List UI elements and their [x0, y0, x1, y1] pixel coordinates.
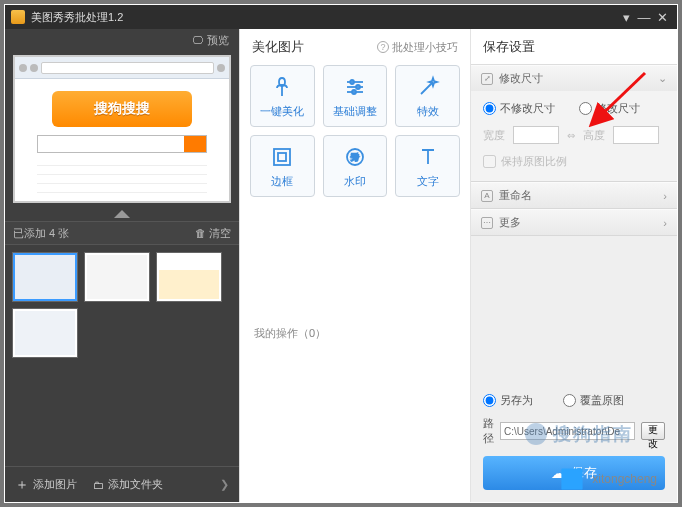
beautify-title: 美化图片 — [252, 38, 304, 56]
folder-icon: 🗀 — [93, 479, 104, 491]
preview-icon: 🖵 — [192, 34, 203, 46]
radio-no-resize[interactable]: 不修改尺寸 — [483, 101, 555, 116]
keep-ratio-checkbox[interactable] — [483, 155, 496, 168]
tile-frame[interactable]: 边框 — [250, 135, 315, 197]
wand-icon — [415, 74, 441, 100]
add-folder-label: 添加文件夹 — [108, 477, 163, 492]
accordion-title: 重命名 — [499, 188, 532, 203]
radio-label: 修改尺寸 — [596, 101, 640, 116]
minimize-button[interactable]: ― — [635, 10, 653, 25]
accordion-more: ⋯ 更多 › — [471, 209, 677, 236]
accordion-rename: A 重命名 › — [471, 182, 677, 209]
chevron-right-icon: › — [663, 190, 667, 202]
tile-one-key-beautify[interactable]: 一键美化 — [250, 65, 315, 127]
preview-label: 预览 — [207, 33, 229, 48]
path-input[interactable] — [500, 422, 635, 440]
svg-rect-6 — [274, 149, 290, 165]
close-button[interactable]: ✕ — [653, 10, 671, 25]
tile-label: 水印 — [344, 174, 366, 189]
stamp-icon: 秀 — [342, 144, 368, 170]
height-label: 高度 — [583, 128, 605, 143]
tile-label: 基础调整 — [333, 104, 377, 119]
plus-icon: ＋ — [15, 476, 29, 494]
titlebar: 美图秀秀批处理1.2 ▾ ― ✕ — [5, 5, 677, 29]
accordion-title: 修改尺寸 — [499, 71, 543, 86]
tile-label: 文字 — [417, 174, 439, 189]
settings-icon[interactable]: ▾ — [617, 10, 635, 25]
tile-effect[interactable]: 特效 — [395, 65, 460, 127]
accordion-resize: ⤢ 修改尺寸 ⌄ 不修改尺寸 修改尺寸 — [471, 65, 677, 182]
help-icon: ? — [377, 41, 389, 53]
accordion-header-more[interactable]: ⋯ 更多 › — [471, 209, 677, 235]
added-count-label: 已添加 4 张 — [13, 226, 69, 241]
chevron-right-icon[interactable]: ❯ — [220, 478, 229, 491]
thumbnail[interactable] — [157, 253, 221, 301]
svg-text:秀: 秀 — [351, 153, 359, 162]
save-button-label: 保存 — [571, 464, 597, 482]
save-button[interactable]: ☁ 保存 — [483, 456, 665, 490]
tips-link[interactable]: ? 批处理小技巧 — [377, 40, 458, 55]
radio-label: 覆盖原图 — [580, 393, 624, 408]
left-panel: 🖵 预览 已添加 4 张 🗑 — [5, 29, 239, 502]
radio-input[interactable] — [483, 102, 496, 115]
clear-button[interactable]: 🗑 清空 — [195, 226, 231, 241]
thumbnail[interactable] — [85, 253, 149, 301]
my-ops-label: 我的操作（0） — [254, 327, 326, 339]
app-title: 美图秀秀批处理1.2 — [31, 10, 123, 25]
link-icon: ⇔ — [567, 130, 575, 141]
radio-label: 不修改尺寸 — [500, 101, 555, 116]
tile-label: 边框 — [271, 174, 293, 189]
accordion-title: 更多 — [499, 215, 521, 230]
thumbnails-area — [5, 245, 239, 466]
tile-text[interactable]: 文字 — [395, 135, 460, 197]
tile-basic-adjust[interactable]: 基础调整 — [323, 65, 388, 127]
path-label: 路径 — [483, 416, 494, 446]
sliders-icon — [342, 74, 368, 100]
radio-input[interactable] — [483, 394, 496, 407]
width-input[interactable] — [513, 126, 559, 144]
radio-label: 另存为 — [500, 393, 533, 408]
center-panel: 美化图片 ? 批处理小技巧 一键美化 基础调 — [239, 29, 471, 502]
save-settings-title: 保存设置 — [483, 38, 535, 56]
rename-icon: A — [481, 190, 493, 202]
divider-handle[interactable] — [5, 207, 239, 221]
height-input[interactable] — [613, 126, 659, 144]
tile-label: 特效 — [417, 104, 439, 119]
trash-icon: 🗑 — [195, 227, 206, 239]
add-folder-button[interactable]: 🗀 添加文件夹 — [93, 477, 163, 492]
chevron-right-icon: › — [663, 217, 667, 229]
preview-image — [13, 55, 231, 203]
more-icon: ⋯ — [481, 217, 493, 229]
tile-label: 一键美化 — [260, 104, 304, 119]
tile-watermark[interactable]: 秀 水印 — [323, 135, 388, 197]
radio-resize[interactable]: 修改尺寸 — [579, 101, 640, 116]
add-image-button[interactable]: ＋ 添加图片 — [15, 476, 77, 494]
app-icon — [11, 10, 25, 24]
width-label: 宽度 — [483, 128, 505, 143]
thumbnail[interactable] — [13, 309, 77, 357]
tips-label: 批处理小技巧 — [392, 40, 458, 55]
radio-save-as[interactable]: 另存为 — [483, 393, 533, 408]
cloud-icon: ☁ — [551, 465, 565, 481]
keep-ratio-label: 保持原图比例 — [501, 154, 567, 169]
thumbnail[interactable] — [13, 253, 77, 301]
chevron-down-icon: ⌄ — [658, 72, 667, 85]
flower-icon — [269, 74, 295, 100]
right-panel: 保存设置 ⤢ 修改尺寸 ⌄ 不修改尺寸 — [471, 29, 677, 502]
clear-label: 清空 — [209, 226, 231, 241]
add-image-label: 添加图片 — [33, 477, 77, 492]
svg-rect-7 — [278, 153, 286, 161]
radio-input[interactable] — [579, 102, 592, 115]
accordion-header-resize[interactable]: ⤢ 修改尺寸 ⌄ — [471, 65, 677, 91]
resize-icon: ⤢ — [481, 73, 493, 85]
radio-overwrite[interactable]: 覆盖原图 — [563, 393, 624, 408]
radio-input[interactable] — [563, 394, 576, 407]
frame-icon — [269, 144, 295, 170]
change-path-button[interactable]: 更改 — [641, 422, 665, 440]
accordion-header-rename[interactable]: A 重命名 › — [471, 182, 677, 208]
text-icon — [415, 144, 441, 170]
